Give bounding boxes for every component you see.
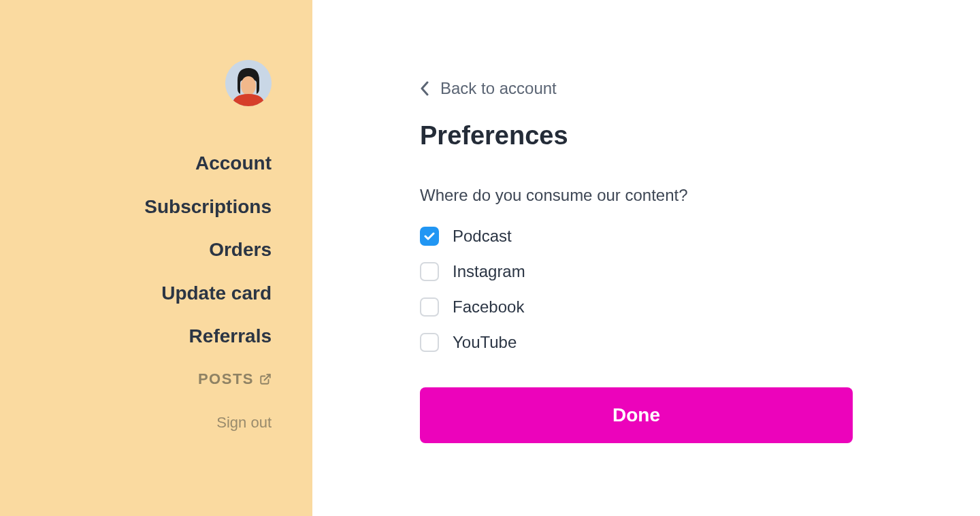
checkbox-podcast[interactable] [420, 227, 439, 246]
checkbox-instagram[interactable] [420, 262, 439, 281]
checkbox-facebook[interactable] [420, 297, 439, 317]
option-label: YouTube [453, 333, 517, 352]
option-label: Facebook [453, 297, 524, 317]
sidebar-item-subscriptions[interactable]: Subscriptions [144, 191, 272, 223]
done-button[interactable]: Done [420, 387, 853, 443]
svg-line-2 [265, 374, 270, 380]
chevron-left-icon [420, 81, 429, 96]
sidebar-item-posts[interactable]: POSTS [198, 370, 272, 388]
option-youtube[interactable]: YouTube [420, 333, 939, 352]
options-group: Podcast Instagram Facebook YouTube [420, 227, 939, 352]
sidebar-item-orders[interactable]: Orders [209, 233, 272, 266]
option-label: Instagram [453, 262, 525, 281]
check-icon [424, 231, 435, 241]
avatar[interactable] [225, 60, 272, 106]
sidebar: Account Subscriptions Orders Update card… [0, 0, 312, 516]
sign-out-link[interactable]: Sign out [216, 414, 272, 432]
option-facebook[interactable]: Facebook [420, 297, 939, 317]
option-podcast[interactable]: Podcast [420, 227, 939, 246]
option-instagram[interactable]: Instagram [420, 262, 939, 281]
svg-point-1 [241, 76, 256, 95]
question-label: Where do you consume our content? [420, 186, 939, 205]
back-to-account-link[interactable]: Back to account [420, 79, 939, 98]
external-link-icon [259, 373, 272, 385]
main-content: Back to account Preferences Where do you… [312, 0, 980, 516]
page-title: Preferences [420, 121, 939, 150]
sidebar-item-update-card[interactable]: Update card [161, 277, 272, 310]
option-label: Podcast [453, 227, 512, 246]
sidebar-item-referrals[interactable]: Referrals [189, 320, 272, 353]
back-link-label: Back to account [440, 79, 557, 98]
sidebar-nav: Account Subscriptions Orders Update card… [144, 147, 272, 388]
sidebar-item-account[interactable]: Account [195, 147, 272, 180]
checkbox-youtube[interactable] [420, 333, 439, 352]
posts-label: POSTS [198, 370, 254, 388]
